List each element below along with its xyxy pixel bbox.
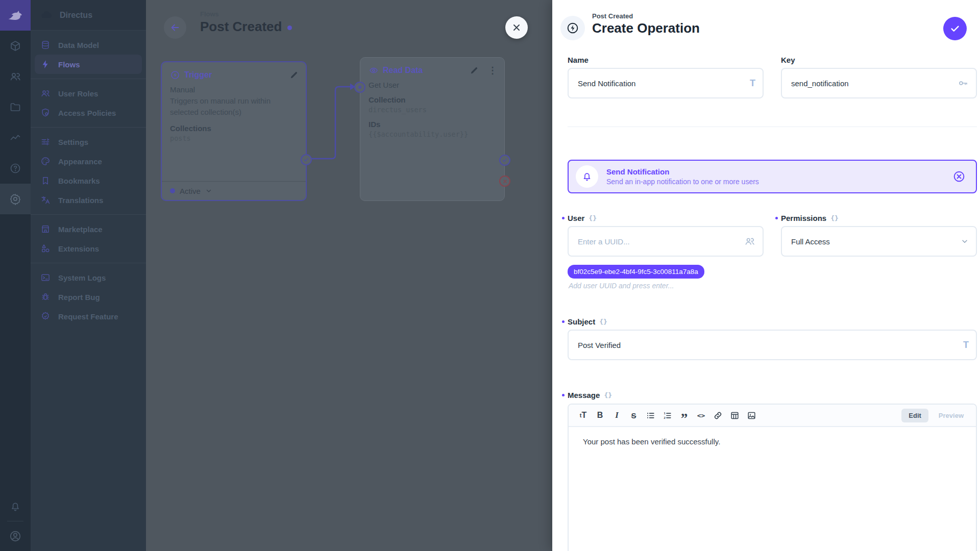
key-icon bbox=[958, 78, 969, 89]
nav-group-flows: Data Model Flows bbox=[31, 31, 146, 79]
trigger-card-header: Trigger bbox=[162, 62, 306, 80]
sidebar-item-extensions[interactable]: Extensions bbox=[31, 239, 146, 258]
required-dot bbox=[562, 217, 565, 219]
bold-button[interactable]: B bbox=[592, 407, 608, 423]
raw-value-icon[interactable]: {} bbox=[604, 391, 612, 399]
more-options-icon[interactable]: ⋮ bbox=[488, 66, 497, 75]
module-data-model[interactable] bbox=[0, 31, 31, 61]
sidebar-item-bookmarks[interactable]: Bookmarks bbox=[31, 171, 146, 190]
subject-input[interactable] bbox=[568, 330, 977, 360]
raw-value-icon[interactable]: {} bbox=[599, 318, 607, 325]
numbered-list-button[interactable]: 12 bbox=[659, 407, 676, 423]
module-file-library[interactable] bbox=[0, 92, 31, 122]
sidebar-item-appearance[interactable]: Appearance bbox=[31, 152, 146, 171]
raw-value-icon[interactable]: {} bbox=[589, 214, 597, 222]
check-icon bbox=[949, 23, 961, 34]
table-button[interactable] bbox=[726, 407, 743, 423]
sidebar-item-translations[interactable]: Translations bbox=[31, 190, 146, 210]
operation-name: Get User bbox=[369, 81, 496, 89]
sidebar-item-settings[interactable]: Settings bbox=[31, 132, 146, 152]
deselect-operation-button[interactable] bbox=[952, 170, 966, 183]
sidebar-item-system-logs[interactable]: System Logs bbox=[31, 268, 146, 287]
operation-input-port[interactable] bbox=[354, 82, 365, 93]
project-switcher[interactable]: Directus bbox=[31, 0, 146, 31]
page-title: Post Created bbox=[200, 19, 292, 35]
user-roles-icon bbox=[40, 88, 51, 98]
navigation-sidebar: Directus Data Model Flows User Roles bbox=[31, 0, 146, 551]
sidebar-item-report-bug[interactable]: Report Bug bbox=[31, 287, 146, 307]
sidebar-item-label: Settings bbox=[58, 138, 88, 146]
operation-card-title: Read Data bbox=[383, 66, 423, 75]
directus-logo[interactable] bbox=[0, 0, 31, 31]
back-button[interactable] bbox=[164, 16, 186, 39]
module-insights[interactable] bbox=[0, 122, 31, 153]
operation-type-banner[interactable]: Send Notification Send an in-app notific… bbox=[568, 160, 977, 193]
sidebar-item-access-policies[interactable]: Access Policies bbox=[31, 103, 146, 122]
trigger-card-title: Trigger bbox=[184, 70, 212, 80]
user-avatar-button[interactable] bbox=[0, 521, 31, 551]
sidebar-item-label: Marketplace bbox=[58, 225, 103, 234]
edit-mode-button[interactable]: Edit bbox=[901, 409, 928, 422]
module-user-directory[interactable] bbox=[0, 61, 31, 92]
operation-reject-port[interactable] bbox=[499, 176, 510, 187]
sidebar-item-label: Data Model bbox=[58, 41, 99, 49]
tune-icon bbox=[40, 137, 51, 147]
key-input[interactable] bbox=[781, 68, 977, 98]
message-textarea[interactable]: Your post has been verified successfully… bbox=[569, 427, 976, 456]
bolt-circle-icon bbox=[170, 70, 180, 80]
raw-value-icon[interactable]: {} bbox=[830, 214, 839, 222]
svg-text:1: 1 bbox=[664, 412, 666, 415]
bug-icon bbox=[40, 292, 51, 302]
image-icon bbox=[747, 411, 756, 420]
trigger-description: Triggers on manual run within selected c… bbox=[170, 95, 287, 118]
cube-icon bbox=[9, 40, 21, 52]
nav-group-extensions: Marketplace Extensions bbox=[31, 215, 146, 263]
trigger-resolve-port[interactable] bbox=[301, 154, 312, 165]
sidebar-item-data-model[interactable]: Data Model bbox=[31, 35, 146, 55]
ids-value: {{$accountability.user}} bbox=[369, 130, 496, 138]
sidebar-item-request-feature[interactable]: Request Feature bbox=[31, 307, 146, 326]
nav-group-access: User Roles Access Policies bbox=[31, 79, 146, 128]
breadcrumb[interactable]: Flows bbox=[200, 10, 219, 18]
permissions-select[interactable]: Full Access bbox=[781, 226, 977, 257]
notifications-button[interactable] bbox=[0, 491, 31, 521]
drawer-close-button[interactable] bbox=[505, 16, 528, 39]
banner-title: Send Notification bbox=[606, 167, 759, 176]
blockquote-button[interactable]: ” bbox=[676, 407, 693, 423]
bold-icon: B bbox=[597, 411, 603, 420]
project-name: Directus bbox=[60, 11, 92, 20]
user-uuid-chip[interactable]: bf02c5e9-ebe2-4bf4-9fc5-3c00811a7a8a bbox=[568, 265, 704, 279]
edit-pencil-icon[interactable] bbox=[470, 66, 479, 75]
image-button[interactable] bbox=[743, 407, 760, 423]
italic-button[interactable]: I bbox=[608, 407, 625, 423]
sidebar-item-label: Bookmarks bbox=[58, 177, 100, 185]
sidebar-item-marketplace[interactable]: Marketplace bbox=[31, 219, 146, 239]
edit-pencil-icon[interactable] bbox=[289, 70, 299, 80]
terminal-icon bbox=[40, 272, 51, 283]
trigger-panel[interactable]: Trigger Manual Triggers on manual run wi… bbox=[161, 61, 307, 201]
module-help[interactable] bbox=[0, 153, 31, 184]
link-button[interactable] bbox=[709, 407, 726, 423]
name-input[interactable] bbox=[568, 68, 764, 98]
sidebar-item-flows[interactable]: Flows bbox=[35, 55, 142, 74]
user-uuid-input[interactable] bbox=[568, 226, 764, 257]
collections-value: posts bbox=[170, 134, 298, 142]
sidebar-item-user-roles[interactable]: User Roles bbox=[31, 84, 146, 103]
numbered-list-icon: 12 bbox=[663, 411, 672, 420]
sidebar-item-label: Extensions bbox=[58, 244, 99, 253]
operation-resolve-port[interactable] bbox=[499, 155, 510, 166]
strikethrough-button[interactable]: S bbox=[625, 407, 642, 423]
operation-card-body: Get User Collection directus_users IDs {… bbox=[360, 81, 504, 138]
section-divider bbox=[568, 127, 977, 127]
module-settings[interactable] bbox=[0, 184, 31, 214]
trigger-status-row[interactable]: Active bbox=[162, 181, 306, 200]
user-label: User {} bbox=[568, 213, 764, 223]
help-icon bbox=[9, 162, 21, 174]
heading-button[interactable]: tT bbox=[575, 407, 592, 423]
code-button[interactable]: <> bbox=[693, 407, 709, 423]
save-button[interactable] bbox=[943, 17, 967, 40]
bullet-list-button[interactable] bbox=[642, 407, 659, 423]
preview-mode-button[interactable]: Preview bbox=[933, 409, 970, 422]
operation-panel-read-data[interactable]: Read Data ⋮ Get User Collection directus… bbox=[360, 57, 505, 201]
module-bar bbox=[0, 0, 31, 551]
